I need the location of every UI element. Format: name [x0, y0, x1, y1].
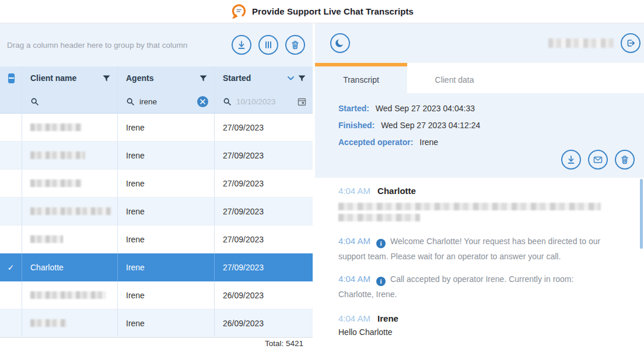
column-header-started[interactable]: Started — [215, 66, 313, 90]
column-header-client-name[interactable]: Client name — [22, 66, 118, 90]
started-filter-input[interactable]: 10/10/2023 — [215, 90, 313, 113]
redacted-client-name — [30, 151, 85, 159]
search-icon — [223, 97, 232, 106]
indeterminate-checkbox-icon — [8, 73, 15, 83]
finished-value: Wed Sep 27 2023 04:12:24 — [381, 121, 480, 130]
page-title: Provide Support Live Chat Transcripts — [252, 6, 414, 16]
table-row[interactable]: Irene 27/09/2023 — [0, 225, 313, 253]
download-transcript-button[interactable] — [561, 150, 581, 170]
delete-rows-button[interactable] — [285, 35, 305, 55]
system-message: 4:04 AMiCall accepted by operator Irene.… — [338, 272, 606, 302]
message-author: Irene — [377, 313, 398, 323]
select-all-checkbox[interactable] — [0, 66, 22, 90]
trash-icon — [619, 154, 631, 165]
started-filter-placeholder: 10/10/2023 — [236, 97, 292, 106]
message-text: Hello Charlotte — [338, 327, 606, 337]
table-row[interactable]: Irene 27/09/2023 — [0, 170, 313, 198]
table-row[interactable]: Irene 27/09/2023 — [0, 114, 313, 142]
message-time: 4:04 AM — [338, 274, 370, 284]
info-icon: i — [376, 277, 386, 286]
tab-client-data[interactable]: Client data — [407, 63, 502, 93]
redacted-message-text — [338, 214, 420, 221]
provide-support-logo-icon — [230, 3, 247, 20]
message-author: Charlotte — [377, 186, 416, 196]
download-icon — [236, 39, 247, 51]
finished-label: Finished: — [338, 121, 374, 130]
grid-footer: Total: 5421 — [0, 337, 313, 349]
chat-details: Started: Wed Sep 27 2023 04:04:33 Finish… — [315, 93, 644, 178]
app-header: Provide Support Live Chat Transcripts — [0, 0, 644, 23]
filter-funnel-icon[interactable] — [298, 75, 306, 82]
columns-icon — [262, 39, 274, 51]
transcript-tabs: Transcript Client data — [315, 63, 644, 93]
download-icon — [565, 154, 577, 165]
redacted-client-name — [30, 124, 82, 131]
trash-icon — [289, 39, 301, 51]
chat-scrollbar[interactable] — [640, 179, 643, 249]
started-value: Wed Sep 27 2023 04:04:33 — [376, 104, 475, 113]
info-icon: i — [376, 239, 386, 248]
table-row[interactable]: Irene 26/09/2023 — [0, 281, 313, 309]
started-label: Started: — [338, 104, 369, 113]
table-filter-row: irene 10/10/2023 — [0, 90, 313, 114]
agents-filter-input[interactable]: irene — [118, 90, 215, 113]
export-grid-button[interactable] — [232, 35, 251, 55]
client-name-filter-input[interactable] — [22, 90, 118, 113]
close-icon — [200, 99, 205, 104]
total-count: Total: 5421 — [265, 339, 303, 348]
message-time: 4:04 AM — [338, 236, 370, 246]
table-row[interactable]: Irene 27/09/2023 — [0, 198, 313, 225]
filter-funnel-icon[interactable] — [103, 75, 110, 82]
filter-funnel-icon[interactable] — [200, 75, 207, 82]
redacted-client-name — [30, 319, 66, 327]
delete-transcript-button[interactable] — [615, 150, 635, 170]
transcripts-table: Client name Agents Started — [0, 66, 313, 349]
message-time: 4:04 AM — [338, 313, 370, 323]
redacted-message-text — [338, 203, 601, 210]
redacted-client-name — [30, 235, 63, 243]
live-chat-transcripts-app: Provide Support Live Chat Transcripts Dr… — [0, 0, 644, 349]
column-chooser-button[interactable] — [258, 35, 278, 55]
agents-filter-value: irene — [139, 97, 192, 106]
search-icon — [30, 97, 39, 106]
mail-icon — [592, 154, 604, 165]
chat-message: 4:04 AM Charlotte — [338, 186, 606, 221]
system-message-text: Call accepted by operator Irene. Current… — [338, 274, 573, 299]
chat-message: 4:04 AM Irene Hello Charlotte — [338, 313, 606, 337]
table-row[interactable]: Irene 27/09/2023 — [0, 142, 313, 170]
table-header-row: Client name Agents Started — [0, 66, 313, 90]
email-transcript-button[interactable] — [588, 150, 608, 170]
redacted-client-name — [30, 291, 106, 299]
search-icon — [126, 97, 135, 106]
sort-descending-icon — [288, 76, 294, 80]
transcripts-grid-pane: Drag a column header here to group by th… — [0, 23, 313, 349]
redacted-account-name — [548, 38, 614, 48]
redacted-client-name — [30, 179, 82, 187]
group-hint-text: Drag a column header here to group by th… — [7, 41, 225, 50]
tab-transcript[interactable]: Transcript — [315, 63, 407, 93]
row-selected-check-icon: ✓ — [8, 263, 15, 272]
column-header-agents[interactable]: Agents — [118, 66, 215, 90]
table-row-selected[interactable]: ✓ Charlotte Irene 27/09/2023 — [0, 253, 313, 281]
transcript-toolbar — [315, 23, 644, 63]
calendar-icon[interactable] — [297, 97, 307, 107]
logout-icon — [624, 37, 637, 50]
system-message: 4:04 AMiWelcome Charlotte! Your request … — [338, 234, 606, 264]
message-time: 4:04 AM — [338, 186, 370, 196]
transcript-pane: Transcript Client data Started: Wed Sep … — [315, 23, 644, 349]
dark-mode-button[interactable] — [330, 33, 350, 53]
redacted-client-name — [30, 207, 111, 215]
accepted-operator-label: Accepted operator: — [338, 138, 413, 147]
clear-agents-filter-button[interactable] — [197, 96, 208, 107]
group-by-bar: Drag a column header here to group by th… — [0, 23, 313, 66]
chat-transcript: 4:04 AM Charlotte 4:04 AMiWelcome Charlo… — [315, 178, 644, 349]
table-row[interactable]: Irene 26/09/2023 — [0, 309, 313, 337]
moon-icon — [334, 37, 346, 50]
accepted-operator-value: Irene — [419, 138, 438, 147]
logout-button[interactable] — [621, 33, 640, 53]
